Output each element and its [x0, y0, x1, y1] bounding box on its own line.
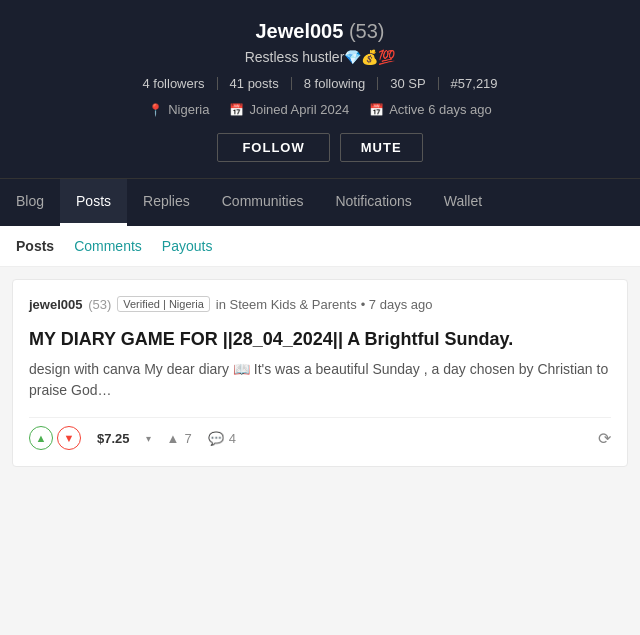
mute-button[interactable]: MUTE [340, 133, 423, 162]
tab-posts[interactable]: Posts [60, 179, 127, 226]
comment-count-value: 4 [229, 431, 236, 446]
post-card: jewel005 (53) Verified | Nigeria in Stee… [12, 279, 628, 467]
comment-count[interactable]: 💬 4 [208, 431, 236, 446]
main-navigation: Blog Posts Replies Communities Notificat… [0, 178, 640, 226]
tab-wallet[interactable]: Wallet [428, 179, 498, 226]
upvote-icon-small: ▲ [167, 431, 180, 446]
vote-buttons: ▲ ▼ [29, 426, 81, 450]
profile-stats: 4 followers 41 posts 8 following 30 SP #… [16, 77, 624, 90]
comment-icon: 💬 [208, 431, 224, 446]
downvote-button[interactable]: ▼ [57, 426, 81, 450]
vote-count: ▲ 7 [167, 431, 192, 446]
post-author[interactable]: jewel005 (53) [29, 297, 111, 312]
subnav-posts[interactable]: Posts [16, 236, 54, 256]
location-item: Nigeria [148, 102, 209, 117]
profile-actions: FOLLOW MUTE [16, 133, 624, 178]
verified-badge: Verified | Nigeria [117, 296, 210, 312]
tab-notifications[interactable]: Notifications [319, 179, 427, 226]
active-calendar-icon [369, 102, 384, 117]
profile-meta: Nigeria Joined April 2024 Active 6 days … [16, 102, 624, 117]
reputation: (53) [349, 20, 385, 42]
post-meta: jewel005 (53) Verified | Nigeria in Stee… [29, 296, 611, 312]
location-icon [148, 102, 163, 117]
author-rep: (53) [88, 297, 111, 312]
active-item: Active 6 days ago [369, 102, 492, 117]
payout-dropdown-icon[interactable]: ▾ [146, 433, 151, 444]
sub-navigation: Posts Comments Payouts [0, 226, 640, 267]
post-footer: ▲ ▼ $7.25 ▾ ▲ 7 💬 4 ⟳ [29, 417, 611, 450]
active-text: Active 6 days ago [389, 102, 492, 117]
joined-item: Joined April 2024 [229, 102, 349, 117]
location-text: Nigeria [168, 102, 209, 117]
rank: #57,219 [439, 77, 510, 90]
upvote-button[interactable]: ▲ [29, 426, 53, 450]
profile-bio: Restless hustler💎💰💯 [16, 49, 624, 65]
joined-calendar-icon [229, 102, 244, 117]
posts-count[interactable]: 41 posts [218, 77, 292, 90]
tab-blog[interactable]: Blog [0, 179, 60, 226]
joined-text: Joined April 2024 [249, 102, 349, 117]
following-count[interactable]: 8 following [292, 77, 378, 90]
subnav-comments[interactable]: Comments [74, 236, 142, 256]
tab-communities[interactable]: Communities [206, 179, 320, 226]
post-excerpt: design with canva My dear diary 📖 It's w… [29, 359, 611, 401]
share-button[interactable]: ⟳ [598, 429, 611, 448]
payout-value[interactable]: $7.25 [97, 431, 130, 446]
tab-replies[interactable]: Replies [127, 179, 206, 226]
vote-count-value: 7 [184, 431, 191, 446]
profile-name: Jewel005 (53) [16, 20, 624, 43]
followers-count[interactable]: 4 followers [130, 77, 217, 90]
subnav-payouts[interactable]: Payouts [162, 236, 213, 256]
username: Jewel005 [256, 20, 344, 42]
profile-header: Jewel005 (53) Restless hustler💎💰💯 4 foll… [0, 0, 640, 178]
follow-button[interactable]: FOLLOW [217, 133, 329, 162]
post-time: • 7 days ago [361, 297, 433, 312]
sp-count: 30 SP [378, 77, 438, 90]
post-title[interactable]: MY DIARY GAME FOR ||28_04_2024|| A Brigh… [29, 328, 611, 351]
author-name: jewel005 [29, 297, 83, 312]
post-community[interactable]: in Steem Kids & Parents [216, 297, 357, 312]
